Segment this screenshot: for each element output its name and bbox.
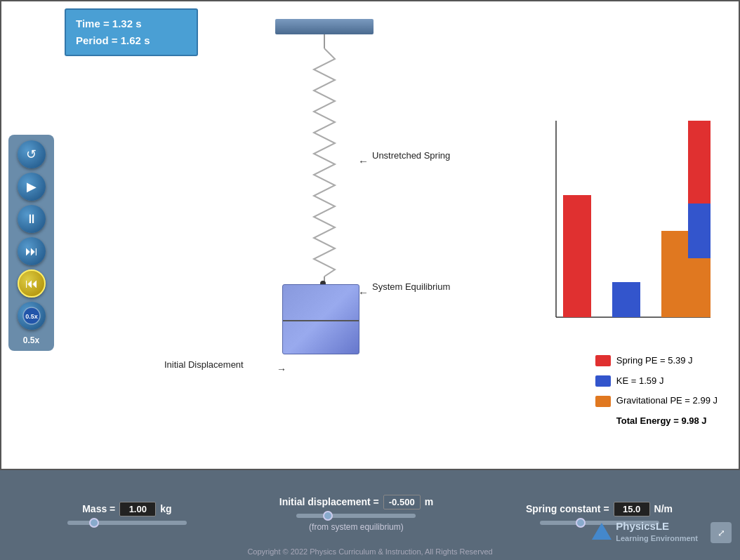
copyright-row: Copyright © 2022 Physics Curriculum & In… bbox=[0, 547, 740, 560]
total-energy-value: Total Energy = 9.98 J bbox=[616, 413, 707, 430]
simulation-area: Time = 1.32 s Period = 1.62 s ↺ ▶ ⏸ ⏭ ⏮ … bbox=[0, 0, 740, 470]
info-box: Time = 1.32 s Period = 1.62 s bbox=[65, 8, 198, 56]
spring-pe-bar bbox=[563, 195, 591, 317]
displacement-value: -0.500 bbox=[383, 495, 421, 509]
grav-pe-color bbox=[595, 396, 611, 407]
unstretched-spring-label: Unstretched Spring bbox=[372, 150, 450, 161]
equilibrium-label: System Equilibrium bbox=[372, 281, 450, 292]
bottom-control-bar: Mass = 1.00 kg Initial displacement = -0… bbox=[0, 470, 740, 560]
energy-chart bbox=[535, 114, 718, 366]
spring-pe-color bbox=[595, 355, 611, 366]
logo-line1: PhysicsLE bbox=[616, 519, 698, 533]
grav-pe-bar bbox=[661, 231, 689, 317]
fullscreen-icon: ⤢ bbox=[718, 528, 725, 538]
displacement-label: Initial Displacement bbox=[164, 359, 244, 370]
mass-value: 1.00 bbox=[119, 502, 156, 516]
total-spring-pe-bar bbox=[688, 121, 711, 204]
total-ke-bar bbox=[688, 204, 711, 258]
mass-slider-group: Mass = 1.00 kg bbox=[67, 502, 187, 525]
displacement-arrow: → bbox=[277, 364, 286, 375]
control-panel: ↺ ▶ ⏸ ⏭ ⏮ 0.5x 0.5x bbox=[8, 135, 54, 351]
mass-label: Mass = bbox=[82, 503, 115, 514]
displacement-unit: m bbox=[425, 496, 433, 507]
time-display: Time = 1.32 s bbox=[76, 15, 187, 32]
logo-line2: Learning Environment bbox=[616, 533, 698, 543]
grav-pe-legend: Gravitational PE = 2.99 J bbox=[595, 392, 718, 410]
step-forward-button[interactable]: ⏭ bbox=[18, 237, 46, 265]
speed-label: 0.5x bbox=[23, 335, 39, 345]
spring-constant-label: Spring constant = bbox=[526, 503, 609, 514]
copyright-text: Copyright © 2022 Physics Curriculum & In… bbox=[247, 547, 492, 556]
spring-constant-value: 15.0 bbox=[614, 502, 650, 516]
total-grav-bar bbox=[688, 258, 711, 317]
mass-center-line bbox=[283, 320, 359, 321]
from-equilibrium-note: (from system equilibrium) bbox=[309, 522, 404, 532]
spring-constant-label-row: Spring constant = 15.0 N/m bbox=[526, 502, 673, 516]
equilibrium-arrow: ← bbox=[358, 286, 369, 298]
grav-pe-value: Gravitational PE = 2.99 J bbox=[616, 392, 718, 410]
step-back-button[interactable]: ⏮ bbox=[18, 269, 46, 298]
spring-coil bbox=[303, 34, 345, 294]
mass-slider-thumb[interactable] bbox=[89, 518, 99, 528]
displacement-slider-track[interactable] bbox=[296, 514, 416, 518]
spring-constant-unit: N/m bbox=[654, 503, 673, 514]
speed-button[interactable]: 0.5x bbox=[18, 302, 46, 330]
pause-button[interactable]: ⏸ bbox=[18, 205, 46, 233]
displacement-label: Initial displacement = bbox=[279, 496, 379, 507]
spring-constant-slider-thumb[interactable] bbox=[576, 518, 586, 528]
ke-value: KE = 1.59 J bbox=[616, 373, 664, 390]
ceiling-bar bbox=[275, 19, 374, 34]
physicsle-logo: PhysicsLE Learning Environment bbox=[592, 519, 698, 543]
play-button[interactable]: ▶ bbox=[18, 173, 46, 201]
displacement-label-row: Initial displacement = -0.500 m bbox=[279, 495, 433, 509]
unstretched-arrow: ← bbox=[358, 155, 369, 167]
fullscreen-button[interactable]: ⤢ bbox=[711, 522, 732, 543]
energy-legend: Spring PE = 5.39 J KE = 1.59 J Gravitati… bbox=[595, 352, 718, 433]
reset-button[interactable]: ↺ bbox=[18, 140, 46, 168]
spring-pe-value: Spring PE = 5.39 J bbox=[616, 352, 693, 370]
displacement-slider-group: Initial displacement = -0.500 m (from sy… bbox=[279, 495, 433, 532]
mass-block bbox=[282, 284, 359, 354]
logo-triangle bbox=[592, 523, 612, 540]
spring-pe-legend: Spring PE = 5.39 J bbox=[595, 352, 718, 370]
ke-bar bbox=[612, 282, 640, 317]
ke-legend: KE = 1.59 J bbox=[595, 373, 718, 390]
ke-color bbox=[595, 375, 611, 387]
mass-slider-track[interactable] bbox=[67, 521, 187, 525]
mass-label-row: Mass = 1.00 kg bbox=[82, 502, 171, 516]
displacement-slider-thumb[interactable] bbox=[323, 511, 333, 521]
spring-area bbox=[261, 8, 388, 373]
logo-text: PhysicsLE Learning Environment bbox=[616, 519, 698, 543]
chart-svg bbox=[535, 114, 718, 345]
total-energy-legend: Total Energy = 9.98 J bbox=[595, 413, 718, 430]
mass-unit: kg bbox=[160, 503, 171, 514]
svg-text:0.5x: 0.5x bbox=[25, 313, 38, 320]
speed-icon: 0.5x bbox=[22, 306, 41, 326]
period-display: Period = 1.62 s bbox=[76, 32, 187, 49]
